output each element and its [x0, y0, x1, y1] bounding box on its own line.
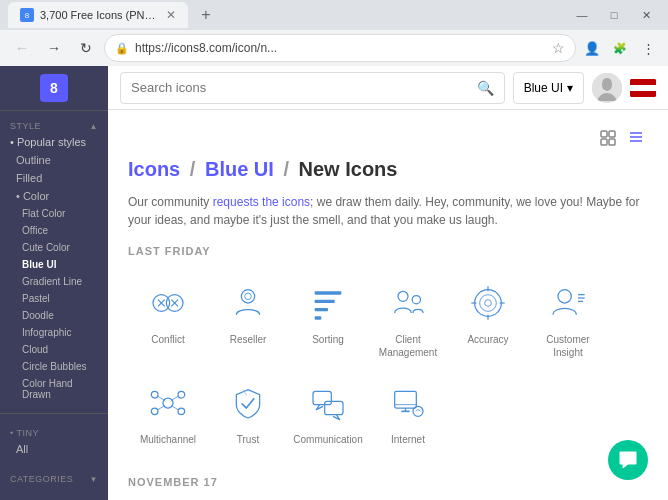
- svg-rect-22: [315, 316, 322, 319]
- icon-conflict[interactable]: Conflict: [128, 269, 208, 369]
- icon-customer-insight-label: Customer Insight: [534, 333, 602, 359]
- maximize-button[interactable]: □: [600, 1, 628, 29]
- icon-multichannel-box: [144, 379, 192, 427]
- sidebar-item-color[interactable]: • Color: [0, 187, 108, 205]
- sidebar-item-office[interactable]: Office: [0, 222, 108, 239]
- sidebar-item-color-hand-drawn[interactable]: Color Hand Drawn: [0, 375, 108, 403]
- secure-icon: 🔒: [115, 42, 129, 55]
- categories-section-title: CATEGORIES ▼: [0, 470, 108, 486]
- grid-view-button[interactable]: [596, 126, 620, 150]
- sidebar-item-cloud[interactable]: Cloud: [0, 341, 108, 358]
- section-title-nov17: NOVEMBER 17: [128, 476, 648, 488]
- svg-point-39: [151, 408, 158, 415]
- main-area: 🔍 Blue UI ▾: [108, 66, 668, 500]
- sidebar-item-circle-bubbles[interactable]: Circle Bubbles: [0, 358, 108, 375]
- breadcrumb-sep2: /: [283, 158, 294, 180]
- svg-point-32: [558, 290, 571, 303]
- forward-button[interactable]: →: [40, 34, 68, 62]
- icon-reseller-box: [224, 279, 272, 327]
- icon-client-management-box: [384, 279, 432, 327]
- user-avatar[interactable]: [592, 73, 622, 103]
- icon-reseller-label: Reseller: [230, 333, 267, 346]
- sidebar-item-all[interactable]: All: [0, 440, 108, 458]
- icon-reseller[interactable]: Reseller: [208, 269, 288, 369]
- chat-fab-button[interactable]: [608, 440, 648, 480]
- sidebar-item-gradient-line[interactable]: Gradient Line: [0, 273, 108, 290]
- svg-rect-46: [325, 401, 343, 414]
- sidebar-item-popular[interactable]: • Popular styles: [0, 133, 108, 151]
- style-selector[interactable]: Blue UI ▾: [513, 72, 584, 104]
- bookmark-icon[interactable]: ☆: [552, 40, 565, 56]
- reload-button[interactable]: ↻: [72, 34, 100, 62]
- sidebar-item-blue-ui[interactable]: Blue UI: [0, 256, 108, 273]
- svg-line-41: [158, 396, 165, 400]
- icon-communication[interactable]: Communication: [288, 369, 368, 456]
- icon-internet-box: [384, 379, 432, 427]
- icon-internet[interactable]: Internet: [368, 369, 448, 456]
- icon-communication-label: Communication: [293, 433, 362, 446]
- breadcrumb-icons[interactable]: Icons: [128, 158, 180, 180]
- new-tab-button[interactable]: +: [192, 2, 220, 28]
- active-tab[interactable]: 8 3,700 Free Icons (PNG, vector, ... ✕: [8, 2, 188, 28]
- sidebar-item-pastel[interactable]: Pastel: [0, 290, 108, 307]
- style-section: STYLE ▲ • Popular styles Outline Filled …: [0, 111, 108, 409]
- address-bar[interactable]: 🔒 https://icons8.com/icon/n... ☆: [104, 34, 576, 62]
- svg-point-23: [398, 291, 408, 301]
- svg-rect-6: [601, 139, 607, 145]
- svg-rect-20: [315, 300, 335, 303]
- browser-chrome: 8 3,700 Free Icons (PNG, vector, ... ✕ +…: [0, 0, 668, 66]
- icon-trust[interactable]: Trust: [208, 369, 288, 456]
- list-view-button[interactable]: [624, 126, 648, 150]
- breadcrumb-sep1: /: [190, 158, 201, 180]
- icon-communication-box: [304, 379, 352, 427]
- icon-accuracy[interactable]: Accuracy: [448, 269, 528, 369]
- svg-rect-45: [313, 391, 331, 404]
- sidebar-item-outline[interactable]: Outline: [0, 151, 108, 169]
- tab-close-button[interactable]: ✕: [166, 8, 176, 22]
- page-description: Our community requests the icons; we dra…: [128, 193, 648, 229]
- sidebar-divider-1: [0, 413, 108, 414]
- style-section-title: STYLE ▲: [0, 117, 108, 133]
- tiny-label: • Tiny: [10, 428, 39, 438]
- icon-conflict-box: [144, 279, 192, 327]
- requests-link[interactable]: requests the icons: [213, 195, 310, 209]
- icon-trust-box: [224, 379, 272, 427]
- extension-icon[interactable]: 🧩: [608, 36, 632, 60]
- address-text: https://icons8.com/icon/n...: [135, 41, 546, 55]
- minimize-button[interactable]: —: [568, 1, 596, 29]
- svg-rect-47: [395, 391, 417, 408]
- sidebar-item-infographic[interactable]: Infographic: [0, 324, 108, 341]
- profile-icon[interactable]: 👤: [580, 36, 604, 60]
- icon-accuracy-label: Accuracy: [467, 333, 508, 346]
- svg-point-37: [151, 391, 158, 398]
- search-box[interactable]: 🔍: [120, 72, 505, 104]
- svg-point-51: [413, 406, 423, 416]
- icon-client-management[interactable]: Client Management: [368, 269, 448, 369]
- icon-multichannel[interactable]: Multichannel: [128, 369, 208, 456]
- svg-point-25: [475, 290, 502, 317]
- app-container: 8 STYLE ▲ • Popular styles Outline Fille…: [0, 66, 668, 500]
- svg-point-36: [163, 398, 173, 408]
- grid-actions: [128, 126, 648, 150]
- breadcrumb-blue-ui[interactable]: Blue UI: [205, 158, 274, 180]
- svg-point-27: [485, 300, 492, 307]
- back-button[interactable]: ←: [8, 34, 36, 62]
- sidebar-item-doodle[interactable]: Doodle: [0, 307, 108, 324]
- search-input[interactable]: [131, 80, 471, 95]
- icon-customer-insight[interactable]: Customer Insight: [528, 269, 608, 369]
- tab-favicon: 8: [20, 8, 34, 22]
- icon-trust-label: Trust: [237, 433, 259, 446]
- sidebar-item-flat-color[interactable]: Flat Color: [0, 205, 108, 222]
- browser-nav: ← → ↻ 🔒 https://icons8.com/icon/n... ☆ 👤…: [0, 30, 668, 66]
- sidebar-item-cute-color[interactable]: Cute Color: [0, 239, 108, 256]
- browser-tabs: 8 3,700 Free Icons (PNG, vector, ... ✕ +…: [0, 0, 668, 30]
- trends-section: TRENDS ▼: [0, 492, 108, 500]
- nav-right-icons: 👤 🧩 ⋮: [580, 36, 660, 60]
- icon-accuracy-box: [464, 279, 512, 327]
- more-options-icon[interactable]: ⋮: [636, 36, 660, 60]
- close-button[interactable]: ✕: [632, 1, 660, 29]
- sidebar-item-filled[interactable]: Filled: [0, 169, 108, 187]
- svg-rect-19: [315, 291, 342, 294]
- sidebar: 8 STYLE ▲ • Popular styles Outline Fille…: [0, 66, 108, 500]
- icon-sorting[interactable]: Sorting: [288, 269, 368, 369]
